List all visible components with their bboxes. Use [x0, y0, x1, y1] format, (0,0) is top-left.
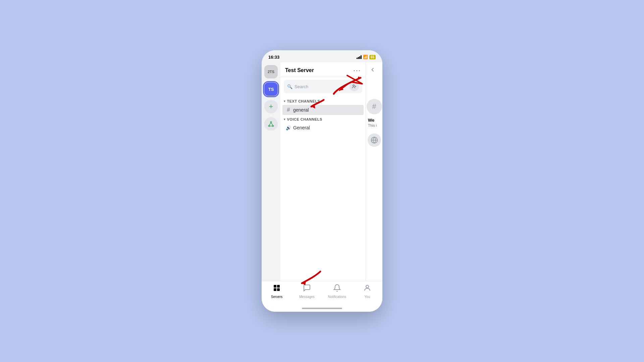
servers-tab-icon — [273, 284, 281, 294]
add-server-button[interactable]: + — [264, 100, 278, 113]
server-panel: Test Server ··· 🔍 Search — [280, 62, 366, 281]
notifications-tab-label: Notifications — [328, 295, 346, 299]
tab-you[interactable]: You — [352, 284, 382, 299]
svg-line-3 — [269, 123, 271, 125]
status-bar: 16:33 📶 65 — [262, 50, 382, 62]
battery-indicator: 65 — [369, 55, 376, 59]
channel-content-panel: # We This i — [366, 62, 382, 281]
status-icons: 📶 65 — [357, 55, 376, 59]
home-bar — [302, 308, 342, 309]
you-tab-icon — [363, 284, 371, 294]
notifications-tab-icon — [333, 284, 341, 294]
globe-symbol — [371, 136, 378, 144]
messages-tab-label: Messages — [299, 295, 315, 299]
svg-point-6 — [353, 85, 355, 86]
svg-rect-13 — [274, 288, 276, 291]
text-channels-category[interactable]: ▾ Text Channels — [280, 97, 366, 105]
svg-rect-12 — [277, 285, 280, 288]
text-general-label: general — [293, 107, 309, 113]
back-button[interactable] — [366, 62, 382, 79]
you-tab-label: You — [365, 295, 370, 299]
wifi-icon: 📶 — [363, 55, 368, 59]
voice-channels-category[interactable]: ▾ Voice Channels — [280, 115, 366, 123]
messages-tab-icon — [303, 284, 311, 294]
svg-rect-14 — [277, 288, 280, 291]
search-icon: 🔍 — [287, 84, 292, 89]
voice-category-collapse-icon: ▾ — [284, 118, 286, 121]
tab-servers[interactable]: Servers — [262, 284, 292, 299]
text-channel-icon: # — [286, 107, 291, 113]
svg-point-0 — [270, 122, 271, 123]
discover-servers-button[interactable] — [264, 117, 278, 131]
svg-point-15 — [366, 285, 369, 288]
voice-channels-label: Voice Channels — [287, 117, 322, 121]
app-content: 2TS TS + Test Server — [262, 62, 382, 281]
text-general-channel[interactable]: # general — [282, 105, 364, 115]
voice-general-channel[interactable]: 🔊 General — [282, 123, 364, 132]
home-indicator — [262, 305, 382, 312]
tab-messages[interactable]: Messages — [292, 284, 322, 299]
add-member-icon — [352, 84, 357, 89]
search-input: Search — [294, 84, 308, 89]
plus-icon: + — [269, 102, 273, 111]
servers-tab-label: Servers — [271, 295, 282, 299]
svg-line-4 — [271, 123, 273, 125]
server-sidebar: 2TS TS + — [262, 62, 280, 281]
signal-icon — [357, 55, 362, 59]
search-bar[interactable]: 🔍 Search — [284, 80, 362, 93]
channel-hash-icon: # — [367, 99, 382, 114]
tab-notifications[interactable]: Notifications — [322, 284, 352, 299]
welcome-title: We — [366, 118, 382, 123]
voice-channel-icon: 🔊 — [286, 125, 291, 130]
server-title: Test Server — [285, 67, 314, 73]
category-collapse-icon: ▾ — [284, 100, 286, 103]
hash-symbol: # — [372, 102, 376, 111]
tab-bar: Servers Messages Notifications — [262, 281, 382, 305]
globe-icon — [368, 133, 381, 147]
phone-frame: 16:33 📶 65 2TS TS + — [262, 50, 382, 312]
text-channels-label: Text Channels — [287, 99, 320, 103]
invite-member-button[interactable] — [350, 82, 359, 91]
welcome-subtitle: This i — [366, 123, 382, 128]
voice-general-label: General — [293, 125, 310, 130]
server-icon-2ts[interactable]: 2TS — [264, 65, 278, 78]
svg-rect-11 — [274, 285, 276, 288]
channels-list: ▾ Text Channels # general ▾ Voice Channe… — [280, 96, 366, 281]
server-icon-ts-active[interactable]: TS — [264, 82, 278, 96]
network-icon — [268, 121, 274, 127]
server-menu-button[interactable]: ··· — [353, 66, 361, 74]
server-header: Test Server ··· — [280, 62, 366, 77]
back-arrow-icon — [369, 66, 376, 73]
status-time: 16:33 — [268, 55, 279, 60]
